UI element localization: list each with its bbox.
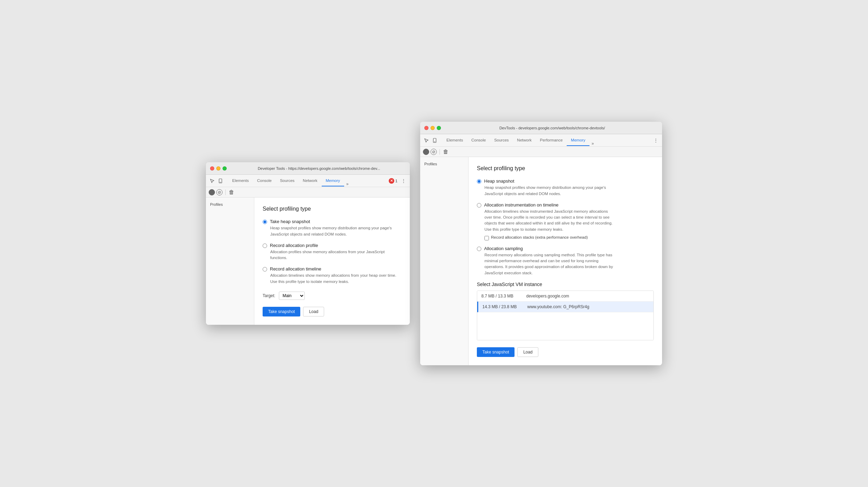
minimize-button-2[interactable] — [431, 126, 435, 130]
toolbar-icons-1 — [209, 177, 224, 184]
maximize-button-2[interactable] — [437, 126, 441, 130]
record-btn-1[interactable] — [209, 189, 215, 195]
alloc-stacks-checkbox[interactable] — [484, 236, 489, 240]
vm-row-0[interactable]: 8.7 MB / 13.3 MB developers.google.com — [477, 291, 653, 302]
content-area-1: Profiles Select profiling type Take heap… — [206, 197, 410, 325]
clear-btn-1[interactable]: 🗑 — [228, 189, 235, 195]
target-select-1[interactable]: Main — [279, 292, 305, 300]
radio-input-heap-1[interactable] — [263, 220, 267, 224]
toolbar-1: Elements Console Sources Network Memory … — [206, 175, 410, 187]
window-title-1: Developer Tools - https://developers.goo… — [232, 166, 406, 171]
title-bar-2: DevTools - developers.google.com/web/too… — [420, 122, 662, 134]
radio-label-alloc-1[interactable]: Record allocation profile — [263, 243, 402, 248]
radio-title-heap-2: Heap snapshot — [484, 178, 514, 184]
load-btn-2[interactable]: Load — [517, 347, 538, 357]
sidebar-profiles-2: Profiles — [420, 160, 468, 168]
title-bar-1: Developer Tools - https://developers.goo… — [206, 162, 410, 175]
tab-bar-1: Elements Console Sources Network Memory … — [228, 175, 386, 186]
option-sampling-2: Allocation sampling Record memory alloca… — [477, 246, 654, 276]
radio-title-instr-2: Allocation instrumentation on timeline — [484, 202, 558, 208]
right-panel-2: Select profiling type Heap snapshot Heap… — [469, 157, 662, 365]
take-snapshot-btn-1[interactable]: Take snapshot — [263, 307, 300, 316]
devtools-window-2: DevTools - developers.google.com/web/too… — [420, 122, 662, 365]
sidebar-2: Profiles — [420, 157, 469, 365]
error-icon: ✕ — [389, 178, 394, 184]
cursor-icon[interactable] — [209, 177, 216, 184]
radio-desc-instr-2: Allocation timelines show instrumented J… — [484, 209, 616, 232]
record-btn-2[interactable] — [423, 149, 429, 155]
radio-input-heap-2[interactable] — [477, 179, 481, 184]
mobile-icon[interactable] — [217, 177, 224, 184]
option-heap-1: Take heap snapshot Heap snapshot profile… — [263, 219, 402, 237]
tab-elements-1[interactable]: Elements — [228, 175, 253, 186]
menu-icon-2[interactable]: ⋮ — [652, 137, 659, 144]
radio-title-sampling-2: Allocation sampling — [484, 246, 523, 251]
tab-memory-1[interactable]: Memory — [322, 175, 345, 186]
load-btn-1[interactable]: Load — [303, 307, 324, 316]
checkbox-label-2: Record allocation stacks (extra performa… — [491, 235, 588, 239]
devtools-window-1: Developer Tools - https://developers.goo… — [206, 162, 410, 325]
btn-row-1: Take snapshot Load — [263, 307, 402, 316]
close-button-2[interactable] — [424, 126, 428, 130]
vm-size-1: 14.3 MB / 23.8 MB — [482, 304, 527, 309]
error-indicator-1[interactable]: ✕ 1 — [389, 178, 397, 184]
tab-memory-2[interactable]: Memory — [567, 135, 589, 146]
clear-btn-2[interactable]: 🗑 — [443, 149, 449, 155]
tab-network-2[interactable]: Network — [513, 135, 536, 146]
traffic-lights-1 — [210, 166, 227, 171]
radio-input-timeline-1[interactable] — [263, 267, 267, 272]
radio-label-sampling-2[interactable]: Allocation sampling — [477, 246, 654, 251]
cursor-icon-2[interactable] — [423, 137, 430, 144]
secondary-toolbar-2: ⊘ 🗑 — [420, 147, 662, 157]
radio-label-timeline-1[interactable]: Record allocation timeline — [263, 266, 402, 272]
radio-label-instr-2[interactable]: Allocation instrumentation on timeline — [477, 202, 654, 208]
radio-input-sampling-2[interactable] — [477, 247, 481, 251]
radio-desc-heap-1: Heap snapshot profiles show memory distr… — [270, 225, 402, 237]
panel-title-2: Select profiling type — [477, 165, 654, 172]
toolbar-2: Elements Console Sources Network Perform… — [420, 134, 662, 147]
panel-title-1: Select profiling type — [263, 206, 402, 212]
error-count-1: 1 — [395, 179, 397, 183]
toolbar-right-1: ✕ 1 ⋮ — [389, 177, 407, 184]
target-row-1: Target: Main — [263, 292, 402, 300]
window-title-2: DevTools - developers.google.com/web/too… — [446, 126, 658, 130]
maximize-button-1[interactable] — [223, 166, 227, 171]
close-button-1[interactable] — [210, 166, 214, 171]
stop-btn-1[interactable]: ⊘ — [216, 189, 223, 195]
tab-sources-1[interactable]: Sources — [276, 175, 299, 186]
vm-name-0: developers.google.com — [526, 294, 649, 298]
option-timeline-1: Record allocation timeline Allocation ti… — [263, 266, 402, 285]
tab-elements-2[interactable]: Elements — [442, 135, 467, 146]
vm-row-1[interactable]: 14.3 MB / 23.8 MB www.youtube.com: G_P6r… — [477, 302, 653, 312]
take-snapshot-btn-2[interactable]: Take snapshot — [477, 347, 515, 357]
tab-console-1[interactable]: Console — [253, 175, 276, 186]
vm-name-1: www.youtube.com: G_P6rpRSr4g — [527, 304, 649, 309]
vm-section-title: Select JavaScript VM instance — [477, 282, 654, 287]
tab-performance-2[interactable]: Performance — [536, 135, 567, 146]
content-area-2: Profiles Select profiling type Heap snap… — [420, 157, 662, 365]
sep-2 — [440, 149, 440, 155]
sep-1 — [225, 190, 226, 195]
radio-title-timeline-1: Record allocation timeline — [270, 266, 321, 272]
vm-table: 8.7 MB / 13.3 MB developers.google.com 1… — [477, 291, 654, 340]
stop-btn-2[interactable]: ⊘ — [431, 149, 437, 155]
radio-input-alloc-1[interactable] — [263, 244, 267, 248]
tab-network-1[interactable]: Network — [299, 175, 321, 186]
btn-row-2: Take snapshot Load — [477, 347, 654, 357]
menu-icon-1[interactable]: ⋮ — [400, 177, 407, 184]
tab-console-2[interactable]: Console — [467, 135, 490, 146]
minimize-button-1[interactable] — [216, 166, 220, 171]
radio-input-instr-2[interactable] — [477, 203, 481, 208]
sidebar-1: Profiles — [206, 197, 254, 325]
mobile-icon-2[interactable] — [431, 137, 438, 144]
radio-label-heap-2[interactable]: Heap snapshot — [477, 178, 654, 184]
radio-label-heap-1[interactable]: Take heap snapshot — [263, 219, 402, 224]
toolbar-right-2: ⋮ — [652, 137, 659, 144]
radio-desc-timeline-1: Allocation timelines show memory allocat… — [270, 273, 402, 285]
checkbox-option-2: Record allocation stacks (extra performa… — [484, 235, 654, 240]
tab-sources-2[interactable]: Sources — [490, 135, 513, 146]
target-label-1: Target: — [263, 293, 275, 298]
tab-more-1[interactable]: » — [344, 182, 351, 186]
option-heap-2: Heap snapshot Heap snapshot profiles sho… — [477, 178, 654, 197]
tab-more-2[interactable]: » — [589, 141, 596, 146]
